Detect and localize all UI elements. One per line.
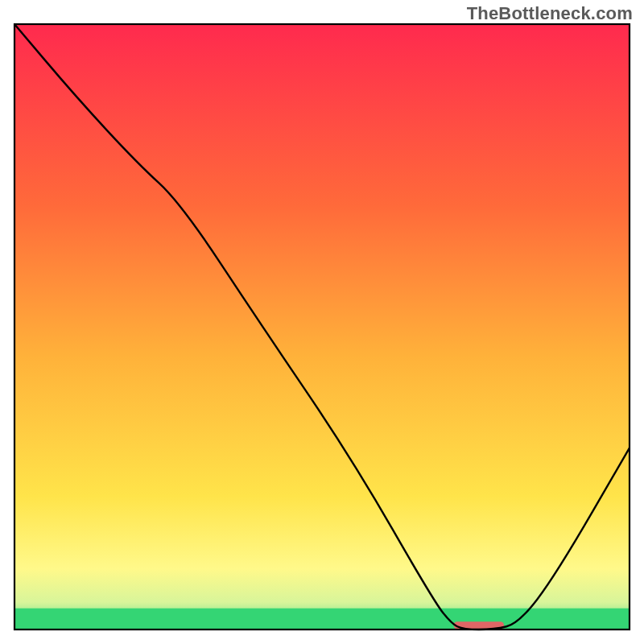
chart-container: TheBottleneck.com bbox=[0, 0, 644, 644]
plot-background bbox=[14, 24, 630, 630]
chart-svg bbox=[0, 0, 644, 644]
plot-green-band bbox=[14, 609, 630, 630]
